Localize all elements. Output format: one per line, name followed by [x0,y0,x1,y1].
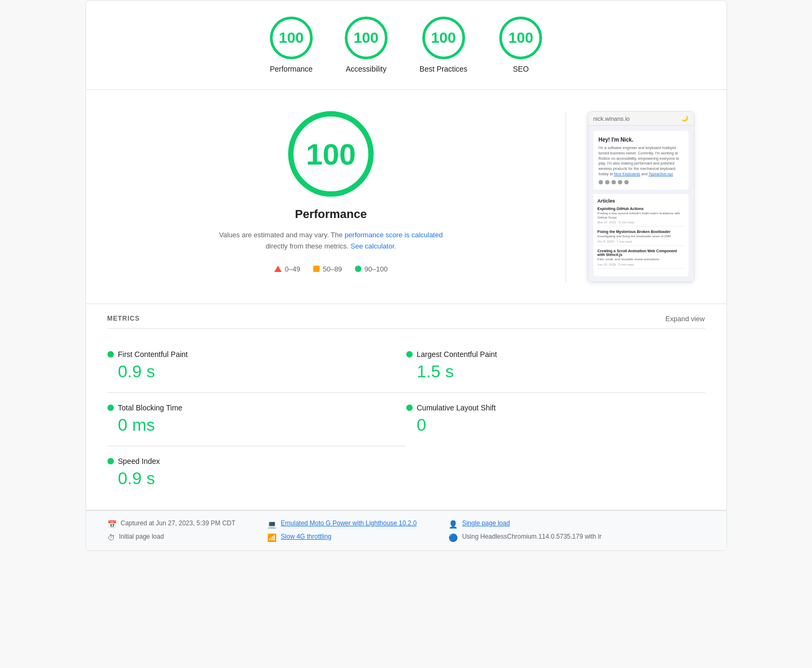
metric-name: Cumulative Layout Shift [417,403,496,412]
legend-item-high: 90–100 [355,265,388,273]
metric-header: Largest Contentful Paint [406,350,694,359]
legend-label-high: 90–100 [365,265,388,273]
preview-articles-title: Articles [598,198,684,204]
preview-social-icons [599,180,683,184]
legend-item-low: 0–49 [274,265,300,273]
footer-icon: 💻 [267,520,276,529]
score-number: 100 [431,29,456,46]
metric-name: First Contentful Paint [118,350,188,359]
footer-item: 🔵 Using HeadlessChromium.114.0.5735.179 … [448,533,601,542]
calculator-link[interactable]: See calculator. [351,242,396,250]
preview-hero: Hey! I'm Nick. I'm a software engineer a… [593,131,689,190]
footer-text: Initial page load [119,533,164,540]
footer-item: 📶 Slow 4G throttling [267,533,416,542]
metric-header: Cumulative Layout Shift [406,403,694,412]
metric-value: 1.5 s [406,362,694,382]
big-score-number: 100 [306,137,355,172]
social-icon-1 [599,180,603,184]
big-score-title: Performance [295,207,367,221]
legend-label-low: 0–49 [285,265,300,273]
metric-value: 0 [406,415,694,435]
metric-item: Cumulative Layout Shift 0 [406,393,705,446]
score-circle: 100 [499,17,542,59]
legend-label-mid: 50–89 [323,265,342,273]
metric-item: Largest Contentful Paint 1.5 s [406,339,705,393]
preview-article-3: Creating a Scroll Animation Web Componen… [598,249,684,269]
metric-status-dot [107,458,114,464]
score-circle: 100 [345,17,388,59]
preview-article-1: Exploiting GitHub Actions Finding a way … [598,207,684,227]
footer-link[interactable]: Single page load [462,519,509,527]
metric-name: Total Blocking Time [118,403,183,412]
metrics-title: METRICS [107,315,140,322]
score-circle: 100 [270,17,313,59]
metric-value: 0.9 s [107,362,385,382]
footer-item: 👤 Single page load [448,519,601,529]
perf-score-link[interactable]: performance score is calculated [345,231,443,239]
preview-body: Hey! I'm Nick. I'm a software engineer a… [588,126,694,282]
social-icon-5 [624,180,629,184]
metric-item: First Contentful Paint 0.9 s [107,339,406,393]
metric-status-dot [406,405,413,411]
score-item-accessibility: 100 Accessibility [345,17,388,73]
metric-status-dot [107,351,114,358]
footer-link[interactable]: Emulated Moto G Power with Lighthouse 10… [281,519,416,527]
score-description: Values are estimated and may vary. The p… [219,230,443,252]
footer-col-2: 👤 Single page load 🔵 Using HeadlessChrom… [448,519,601,542]
footer-icon: 🔵 [448,533,458,542]
left-panel: 100 Performance Values are estimated and… [118,111,544,273]
preview-header: nick.winans.io 🌙 [588,112,694,126]
legend: 0–49 50–89 90–100 [274,265,388,273]
metric-header: First Contentful Paint [107,350,385,359]
metric-item: Speed Index 0.9 s [107,446,406,499]
preview-article-2: Fixing the Mysterious Broken Bootloader … [598,230,684,246]
score-label: Performance [270,65,313,73]
expand-view-button[interactable]: Expand view [666,315,705,323]
metric-header: Speed Index [107,457,385,465]
footer-icon: 📶 [267,533,276,542]
metric-value: 0.9 s [107,469,385,488]
footer-col-1: 💻 Emulated Moto G Power with Lighthouse … [267,519,416,542]
score-item-seo: 100 SEO [499,17,542,73]
preview-articles: Articles Exploiting GitHub Actions Findi… [593,194,689,276]
nice-keyboards-link: Nice Keyboards [614,172,640,176]
footer-col-0: 📅 Captured at Jun 27, 2023, 5:39 PM CDT … [107,519,236,542]
typeactive-link: Typeactive.xyz [648,172,673,176]
score-circle: 100 [422,17,465,59]
score-label: SEO [513,65,529,73]
metric-status-dot [406,351,413,358]
legend-item-mid: 50–89 [313,265,342,273]
preview-hero-title: Hey! I'm Nick. [599,136,683,143]
legend-square-icon [313,266,320,272]
footer-icon: 📅 [107,520,117,529]
score-number: 100 [508,29,533,46]
score-number: 100 [279,29,304,46]
footer-link[interactable]: Slow 4G throttling [281,533,331,540]
metric-value: 0 ms [107,415,385,435]
score-label: Best Practices [420,65,467,73]
social-icon-3 [612,180,616,184]
social-icon-4 [618,180,622,184]
score-label: Accessibility [346,65,386,73]
footer-icon: ⏱ [107,533,115,542]
metrics-header: METRICS Expand view [107,315,705,329]
footer-item: 📅 Captured at Jun 27, 2023, 5:39 PM CDT [107,519,236,529]
footer-item: 💻 Emulated Moto G Power with Lighthouse … [267,519,416,529]
metric-name: Largest Contentful Paint [417,350,497,359]
footer-section: 📅 Captured at Jun 27, 2023, 5:39 PM CDT … [86,510,726,550]
right-panel: nick.winans.io 🌙 Hey! I'm Nick. I'm a so… [587,111,694,282]
footer-text: Using HeadlessChromium.114.0.5735.179 wi… [462,533,601,540]
footer-icon: 👤 [448,520,458,529]
metric-name: Speed Index [118,457,160,465]
main-section: 100 Performance Values are estimated and… [86,90,726,304]
dark-mode-icon: 🌙 [681,115,689,122]
divider [566,111,566,282]
metrics-grid: First Contentful Paint 0.9 s Largest Con… [107,339,705,499]
footer-text: Captured at Jun 27, 2023, 5:39 PM CDT [121,519,236,527]
website-preview: nick.winans.io 🌙 Hey! I'm Nick. I'm a so… [587,111,694,282]
lighthouse-report: 100 Performance 100 Accessibility 100 Be… [86,0,727,551]
scores-section: 100 Performance 100 Accessibility 100 Be… [86,1,726,90]
metrics-section: METRICS Expand view First Contentful Pai… [86,304,726,510]
legend-dot-icon [355,266,361,272]
preview-hero-text: I'm a software engineer and keyboard hob… [599,145,683,177]
